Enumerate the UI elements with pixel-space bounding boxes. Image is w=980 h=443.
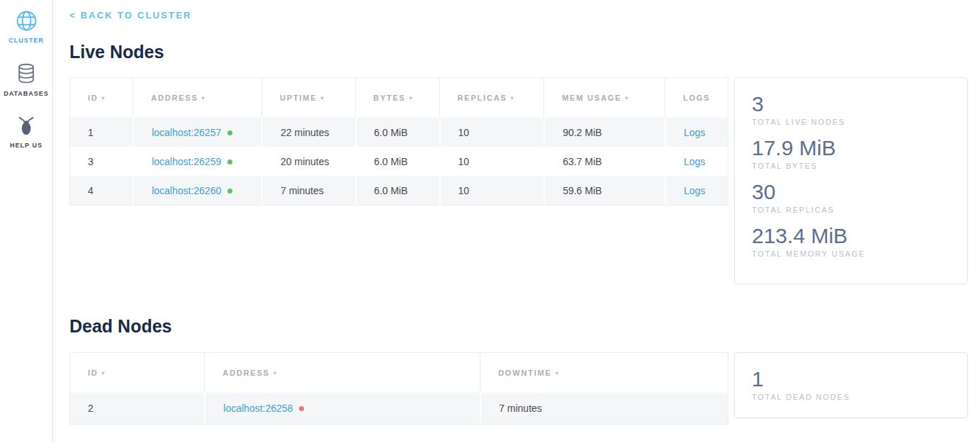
node-uptime-cell: 22 minutes <box>261 118 355 147</box>
column-header-replicas[interactable]: REPLICAS▾ <box>439 78 544 118</box>
node-address-cell: localhost:26258 <box>204 393 480 424</box>
stat-label: TOTAL BYTES <box>752 162 950 170</box>
dead-nodes-summary-panel: 1 TOTAL DEAD NODES <box>734 352 968 418</box>
node-logs-link[interactable]: Logs <box>684 156 705 167</box>
node-address-cell: localhost:26260 <box>133 176 261 205</box>
node-replicas-cell: 10 <box>439 118 544 147</box>
back-to-cluster-link[interactable]: < BACK TO CLUSTER <box>69 10 192 21</box>
sort-arrow-icon: ▾ <box>102 370 106 376</box>
stat-value: 213.4 MiB <box>752 225 950 247</box>
node-bytes-cell: 6.0 MiB <box>355 176 439 205</box>
column-header-logs: LOGS <box>665 78 728 118</box>
databases-icon <box>16 62 37 85</box>
table-row: 1 localhost:26257 22 minutes 6.0 MiB 10 … <box>70 118 728 147</box>
node-live-dot <box>227 159 232 164</box>
node-mem-usage-cell: 90.2 MiB <box>543 118 665 147</box>
node-address-link[interactable]: localhost:26258 <box>223 403 293 414</box>
table-row: 4 localhost:26260 7 minutes 6.0 MiB 10 5… <box>70 176 728 205</box>
node-id-cell: 2 <box>70 393 204 424</box>
stat-total-bytes: 17.9 MiB TOTAL BYTES <box>752 137 950 170</box>
main-content: < BACK TO CLUSTER Live Nodes ID▾ ADDRESS… <box>53 0 980 443</box>
stat-total-replicas: 30 TOTAL REPLICAS <box>752 181 950 214</box>
stat-total-dead-nodes: 1 TOTAL DEAD NODES <box>752 368 950 401</box>
sort-arrow-icon: ▾ <box>409 95 413 101</box>
sidebar: CLUSTER DATABASES HELP US <box>0 0 53 443</box>
node-dead-dot <box>299 406 304 411</box>
stat-value: 1 <box>752 368 950 391</box>
sort-arrow-icon: ▾ <box>320 95 325 101</box>
node-mem-usage-cell: 59.6 MiB <box>543 176 665 205</box>
table-header-row: ID▾ ADDRESS▾ DOWNTIME▾ <box>70 353 728 393</box>
sort-arrow-icon: ▾ <box>556 370 560 376</box>
globe-icon <box>16 10 38 32</box>
node-logs-cell: Logs <box>665 118 728 147</box>
column-header-uptime[interactable]: UPTIME▾ <box>261 78 355 118</box>
stat-value: 30 <box>752 181 950 203</box>
node-id-cell: 4 <box>70 176 133 205</box>
sort-arrow-icon: ▾ <box>274 370 278 376</box>
node-id-cell: 3 <box>70 147 133 176</box>
node-address-link[interactable]: localhost:26260 <box>152 185 221 196</box>
sidebar-item-label: HELP US <box>10 142 43 149</box>
cockroach-bug-icon <box>16 116 37 137</box>
live-nodes-section: ID▾ ADDRESS▾ UPTIME▾ BYTES▾ REPLICAS▾ ME… <box>69 77 968 284</box>
column-header-mem-usage[interactable]: MEM USAGE▾ <box>543 78 665 118</box>
stat-label: TOTAL MEMORY USAGE <box>752 249 950 258</box>
stat-total-memory-usage: 213.4 MiB TOTAL MEMORY USAGE <box>752 225 950 258</box>
column-header-id[interactable]: ID▾ <box>70 78 133 118</box>
column-header-id[interactable]: ID▾ <box>70 353 204 393</box>
node-live-dot <box>227 130 232 135</box>
dead-nodes-section: ID▾ ADDRESS▾ DOWNTIME▾ 2 localhost:26258… <box>69 352 968 425</box>
sort-arrow-icon: ▾ <box>202 95 206 101</box>
dead-nodes-title: Dead Nodes <box>69 316 968 337</box>
dead-nodes-table: ID▾ ADDRESS▾ DOWNTIME▾ 2 localhost:26258… <box>69 352 728 425</box>
sidebar-item-label: DATABASES <box>4 90 49 97</box>
live-nodes-table: ID▾ ADDRESS▾ UPTIME▾ BYTES▾ REPLICAS▾ ME… <box>69 77 728 206</box>
sidebar-item-label: CLUSTER <box>9 37 44 44</box>
sort-arrow-icon: ▾ <box>511 95 515 101</box>
sort-arrow-icon: ▾ <box>625 95 629 101</box>
node-uptime-cell: 7 minutes <box>261 176 355 205</box>
table-row: 3 localhost:26259 20 minutes 6.0 MiB 10 … <box>70 147 728 176</box>
stat-total-live-nodes: 3 TOTAL LIVE NODES <box>752 93 950 126</box>
node-id-cell: 1 <box>70 118 133 147</box>
node-logs-cell: Logs <box>665 147 728 176</box>
live-nodes-table-wrap: ID▾ ADDRESS▾ UPTIME▾ BYTES▾ REPLICAS▾ ME… <box>69 77 728 206</box>
node-bytes-cell: 6.0 MiB <box>355 118 439 147</box>
sidebar-item-help-us[interactable]: HELP US <box>0 116 52 149</box>
live-nodes-summary-panel: 3 TOTAL LIVE NODES 17.9 MiB TOTAL BYTES … <box>734 77 968 284</box>
stat-label: TOTAL DEAD NODES <box>752 393 950 401</box>
node-address-link[interactable]: localhost:26257 <box>152 127 221 138</box>
sidebar-item-databases[interactable]: DATABASES <box>0 62 52 97</box>
node-logs-link[interactable]: Logs <box>684 127 705 138</box>
node-replicas-cell: 10 <box>439 176 544 205</box>
node-logs-link[interactable]: Logs <box>684 185 705 196</box>
node-address-link[interactable]: localhost:26259 <box>152 156 221 167</box>
stat-value: 3 <box>752 93 950 116</box>
column-header-address[interactable]: ADDRESS▾ <box>133 78 261 118</box>
dead-nodes-table-wrap: ID▾ ADDRESS▾ DOWNTIME▾ 2 localhost:26258… <box>69 352 728 425</box>
node-address-cell: localhost:26259 <box>133 147 261 176</box>
node-logs-cell: Logs <box>665 176 728 205</box>
node-bytes-cell: 6.0 MiB <box>355 147 439 176</box>
stat-value: 17.9 MiB <box>752 137 950 159</box>
stat-label: TOTAL REPLICAS <box>752 206 950 214</box>
column-header-downtime[interactable]: DOWNTIME▾ <box>480 353 728 393</box>
table-header-row: ID▾ ADDRESS▾ UPTIME▾ BYTES▾ REPLICAS▾ ME… <box>70 78 728 118</box>
node-address-cell: localhost:26257 <box>133 118 261 147</box>
column-header-bytes[interactable]: BYTES▾ <box>355 78 439 118</box>
column-header-address[interactable]: ADDRESS▾ <box>204 353 480 393</box>
table-row: 2 localhost:26258 7 minutes <box>70 393 728 424</box>
node-uptime-cell: 20 minutes <box>261 147 355 176</box>
stat-label: TOTAL LIVE NODES <box>752 118 950 126</box>
sort-arrow-icon: ▾ <box>102 95 106 101</box>
live-nodes-title: Live Nodes <box>69 42 968 62</box>
sidebar-item-cluster[interactable]: CLUSTER <box>0 10 52 44</box>
node-replicas-cell: 10 <box>439 147 544 176</box>
node-live-dot <box>227 189 232 194</box>
node-mem-usage-cell: 63.7 MiB <box>543 147 665 176</box>
node-downtime-cell: 7 minutes <box>480 393 728 424</box>
